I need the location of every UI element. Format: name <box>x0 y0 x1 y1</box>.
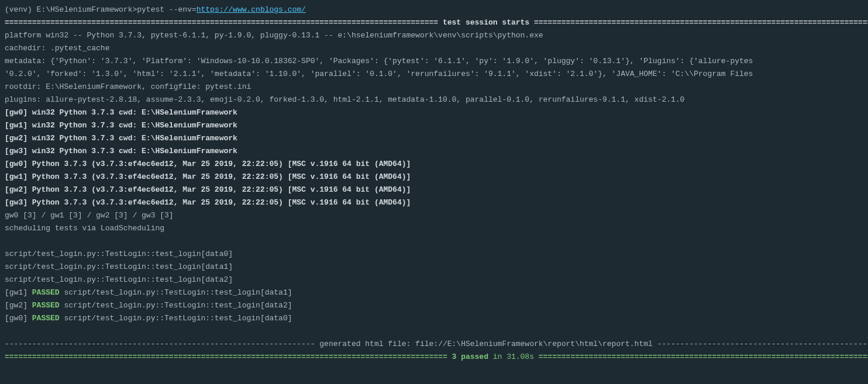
html-report-text: generated html file: file://E:\HSelenium… <box>319 340 653 348</box>
result-status: PASSED <box>27 314 60 323</box>
rootdir-line: rootdir: E:\HSeleniumFramework, configfi… <box>5 81 863 94</box>
env-url-link[interactable]: https://www.cnblogs.com/ <box>197 5 306 14</box>
cachedir-line: cachedir: .pytest_cache <box>5 42 863 55</box>
result-status: PASSED <box>27 288 60 297</box>
result-row-0: [gw1] PASSED script/test_login.py::TestL… <box>5 286 863 299</box>
result-worker: [gw2] <box>5 301 27 310</box>
result-path: script/test_login.py::TestLogin::test_lo… <box>60 314 292 323</box>
test-item-2: script/test_login.py::TestLogin::test_lo… <box>5 274 863 286</box>
html-report-line: ----------------------------------------… <box>5 338 863 351</box>
worker-ver-2: [gw2] Python 3.7.3 (v3.7.3:ef4ec6ed12, M… <box>5 184 863 196</box>
metadata-line-2: '0.2.0', 'forked': '1.3.0', 'html': '2.1… <box>5 68 863 81</box>
blank-line <box>5 325 863 338</box>
worker-ver-0: [gw0] Python 3.7.3 (v3.7.3:ef4ec6ed12, M… <box>5 158 863 171</box>
summary-line: ========================================… <box>5 351 863 364</box>
worker-ver-3: [gw3] Python 3.7.3 (v3.7.3:ef4ec6ed12, M… <box>5 196 863 209</box>
test-item-1: script/test_login.py::TestLogin::test_lo… <box>5 261 863 274</box>
prompt-prefix: (venv) E:\HSeleniumFramework> <box>5 5 137 14</box>
result-row-1: [gw2] PASSED script/test_login.py::TestL… <box>5 299 863 312</box>
worker-cwd-0: [gw0] win32 Python 3.7.3 cwd: E:\HSeleni… <box>5 106 863 119</box>
result-path: script/test_login.py::TestLogin::test_lo… <box>60 301 292 310</box>
summary-passed: 3 passed <box>452 352 488 361</box>
metadata-line-1: metadata: {'Python': '3.7.3', 'Platform'… <box>5 55 863 68</box>
result-path: script/test_login.py::TestLogin::test_lo… <box>60 288 292 297</box>
test-item-0: script/test_login.py::TestLogin::test_lo… <box>5 248 863 261</box>
result-status: PASSED <box>27 301 60 310</box>
command-text: pytest --env= <box>137 5 196 14</box>
result-worker: [gw1] <box>5 288 27 297</box>
plugins-line: plugins: allure-pytest-2.8.18, assume-2.… <box>5 94 863 106</box>
prompt-line: (venv) E:\HSeleniumFramework>pytest --en… <box>5 4 863 16</box>
worker-ver-1: [gw1] Python 3.7.3 (v3.7.3:ef4ec6ed12, M… <box>5 171 863 184</box>
summary-duration: in 31.08s <box>488 352 534 361</box>
session-separator: ========================================… <box>5 16 863 29</box>
worker-cwd-2: [gw2] win32 Python 3.7.3 cwd: E:\HSeleni… <box>5 132 863 145</box>
blank-line <box>5 235 863 248</box>
worker-cwd-1: [gw1] win32 Python 3.7.3 cwd: E:\HSeleni… <box>5 119 863 132</box>
platform-line: platform win32 -- Python 3.7.3, pytest-6… <box>5 29 863 42</box>
scheduling-line: scheduling tests via LoadScheduling <box>5 222 863 235</box>
result-worker: [gw0] <box>5 314 27 323</box>
result-row-2: [gw0] PASSED script/test_login.py::TestL… <box>5 312 863 325</box>
worker-cwd-3: [gw3] win32 Python 3.7.3 cwd: E:\HSeleni… <box>5 145 863 158</box>
worker-slots: gw0 [3] / gw1 [3] / gw2 [3] / gw3 [3] <box>5 209 863 222</box>
session-title: test session starts <box>443 18 529 27</box>
